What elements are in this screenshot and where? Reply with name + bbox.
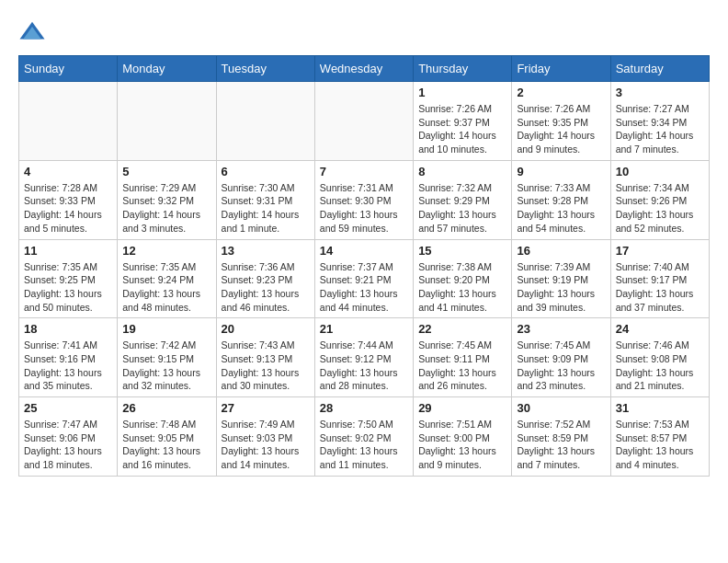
day-number: 28 [320,401,408,415]
day-info: Sunrise: 7:47 AMSunset: 9:06 PMDaylight:… [24,418,112,472]
calendar: SundayMondayTuesdayWednesdayThursdayFrid… [18,55,710,477]
calendar-cell: 1Sunrise: 7:26 AMSunset: 9:37 PMDaylight… [414,82,512,161]
day-number: 5 [122,165,210,178]
day-number: 3 [616,86,704,99]
weekday-header-sunday: Sunday [19,56,118,82]
day-number: 20 [222,322,310,336]
calendar-cell: 26Sunrise: 7:48 AMSunset: 9:05 PMDayligh… [118,397,216,477]
day-number: 19 [122,322,210,336]
day-info: Sunrise: 7:30 AMSunset: 9:31 PMDaylight:… [222,181,310,236]
day-number: 18 [24,322,112,336]
calendar-cell [118,82,216,161]
day-info: Sunrise: 7:32 AMSunset: 9:29 PMDaylight:… [418,181,506,236]
calendar-cell: 31Sunrise: 7:53 AMSunset: 8:57 PMDayligh… [610,397,709,477]
weekday-header-row: SundayMondayTuesdayWednesdayThursdayFrid… [19,56,710,82]
calendar-cell: 18Sunrise: 7:41 AMSunset: 9:16 PMDayligh… [19,318,118,397]
day-info: Sunrise: 7:29 AMSunset: 9:32 PMDaylight:… [122,181,210,236]
calendar-cell: 17Sunrise: 7:40 AMSunset: 9:17 PMDayligh… [610,239,709,318]
day-info: Sunrise: 7:26 AMSunset: 9:35 PMDaylight:… [517,102,605,156]
day-number: 14 [320,244,408,258]
day-number: 17 [616,244,704,258]
day-number: 30 [517,401,605,415]
day-info: Sunrise: 7:51 AMSunset: 9:00 PMDaylight:… [418,418,506,472]
calendar-cell: 6Sunrise: 7:30 AMSunset: 9:31 PMDaylight… [216,160,314,239]
calendar-cell: 13Sunrise: 7:36 AMSunset: 9:23 PMDayligh… [216,239,314,318]
calendar-cell: 23Sunrise: 7:45 AMSunset: 9:09 PMDayligh… [512,318,610,397]
calendar-cell: 16Sunrise: 7:39 AMSunset: 9:19 PMDayligh… [512,239,610,318]
day-info: Sunrise: 7:41 AMSunset: 9:16 PMDaylight:… [24,339,112,393]
calendar-cell [19,82,118,161]
day-info: Sunrise: 7:48 AMSunset: 9:05 PMDaylight:… [122,418,210,472]
day-info: Sunrise: 7:45 AMSunset: 9:09 PMDaylight:… [517,339,605,393]
calendar-cell: 5Sunrise: 7:29 AMSunset: 9:32 PMDaylight… [118,160,216,239]
day-info: Sunrise: 7:33 AMSunset: 9:28 PMDaylight:… [517,181,605,236]
calendar-cell: 9Sunrise: 7:33 AMSunset: 9:28 PMDaylight… [512,160,610,239]
day-number: 31 [616,401,704,415]
week-row-1: 1Sunrise: 7:26 AMSunset: 9:37 PMDaylight… [19,82,710,161]
calendar-cell [314,82,413,161]
day-number: 8 [418,165,506,178]
calendar-cell: 10Sunrise: 7:34 AMSunset: 9:26 PMDayligh… [610,160,709,239]
calendar-cell: 27Sunrise: 7:49 AMSunset: 9:03 PMDayligh… [216,397,314,477]
calendar-cell: 19Sunrise: 7:42 AMSunset: 9:15 PMDayligh… [118,318,216,397]
day-number: 11 [24,244,112,258]
day-number: 25 [24,401,112,415]
calendar-cell: 2Sunrise: 7:26 AMSunset: 9:35 PMDaylight… [512,82,610,161]
day-number: 21 [320,322,408,336]
day-info: Sunrise: 7:39 AMSunset: 9:19 PMDaylight:… [517,260,605,315]
day-number: 27 [222,401,310,415]
day-number: 1 [418,86,506,99]
calendar-cell: 22Sunrise: 7:45 AMSunset: 9:11 PMDayligh… [414,318,512,397]
weekday-header-thursday: Thursday [414,56,512,82]
logo-icon [18,18,46,46]
day-info: Sunrise: 7:52 AMSunset: 8:59 PMDaylight:… [517,418,605,472]
day-info: Sunrise: 7:42 AMSunset: 9:15 PMDaylight:… [122,339,210,393]
day-number: 9 [517,165,605,178]
calendar-cell: 15Sunrise: 7:38 AMSunset: 9:20 PMDayligh… [414,239,512,318]
day-number: 6 [222,165,310,178]
calendar-cell: 24Sunrise: 7:46 AMSunset: 9:08 PMDayligh… [610,318,709,397]
calendar-cell: 28Sunrise: 7:50 AMSunset: 9:02 PMDayligh… [314,397,413,477]
calendar-cell: 4Sunrise: 7:28 AMSunset: 9:33 PMDaylight… [19,160,118,239]
day-info: Sunrise: 7:43 AMSunset: 9:13 PMDaylight:… [222,339,310,393]
day-number: 26 [122,401,210,415]
weekday-header-monday: Monday [118,56,216,82]
day-info: Sunrise: 7:28 AMSunset: 9:33 PMDaylight:… [24,181,112,236]
day-number: 7 [320,165,408,178]
calendar-cell: 7Sunrise: 7:31 AMSunset: 9:30 PMDaylight… [314,160,413,239]
day-info: Sunrise: 7:38 AMSunset: 9:20 PMDaylight:… [418,260,506,315]
calendar-cell: 20Sunrise: 7:43 AMSunset: 9:13 PMDayligh… [216,318,314,397]
calendar-cell: 30Sunrise: 7:52 AMSunset: 8:59 PMDayligh… [512,397,610,477]
day-info: Sunrise: 7:36 AMSunset: 9:23 PMDaylight:… [222,260,310,315]
calendar-cell: 21Sunrise: 7:44 AMSunset: 9:12 PMDayligh… [314,318,413,397]
calendar-cell: 3Sunrise: 7:27 AMSunset: 9:34 PMDaylight… [610,82,709,161]
day-info: Sunrise: 7:49 AMSunset: 9:03 PMDaylight:… [222,418,310,472]
calendar-cell: 14Sunrise: 7:37 AMSunset: 9:21 PMDayligh… [314,239,413,318]
calendar-cell: 12Sunrise: 7:35 AMSunset: 9:24 PMDayligh… [118,239,216,318]
day-info: Sunrise: 7:53 AMSunset: 8:57 PMDaylight:… [616,418,704,472]
day-info: Sunrise: 7:46 AMSunset: 9:08 PMDaylight:… [616,339,704,393]
day-number: 4 [24,165,112,178]
day-number: 22 [418,322,506,336]
week-row-3: 11Sunrise: 7:35 AMSunset: 9:25 PMDayligh… [19,239,710,318]
calendar-cell: 29Sunrise: 7:51 AMSunset: 9:00 PMDayligh… [414,397,512,477]
day-number: 15 [418,244,506,258]
weekday-header-friday: Friday [512,56,610,82]
day-number: 13 [222,244,310,258]
calendar-cell: 8Sunrise: 7:32 AMSunset: 9:29 PMDaylight… [414,160,512,239]
day-number: 29 [418,401,506,415]
header [18,18,710,46]
day-info: Sunrise: 7:35 AMSunset: 9:24 PMDaylight:… [122,260,210,315]
day-info: Sunrise: 7:37 AMSunset: 9:21 PMDaylight:… [320,260,408,315]
weekday-header-tuesday: Tuesday [216,56,314,82]
day-number: 23 [517,322,605,336]
calendar-cell [216,82,314,161]
calendar-cell: 11Sunrise: 7:35 AMSunset: 9:25 PMDayligh… [19,239,118,318]
day-info: Sunrise: 7:34 AMSunset: 9:26 PMDaylight:… [616,181,704,236]
week-row-4: 18Sunrise: 7:41 AMSunset: 9:16 PMDayligh… [19,318,710,397]
calendar-cell: 25Sunrise: 7:47 AMSunset: 9:06 PMDayligh… [19,397,118,477]
day-info: Sunrise: 7:50 AMSunset: 9:02 PMDaylight:… [320,418,408,472]
day-info: Sunrise: 7:27 AMSunset: 9:34 PMDaylight:… [616,102,704,156]
weekday-header-saturday: Saturday [610,56,709,82]
day-info: Sunrise: 7:40 AMSunset: 9:17 PMDaylight:… [616,260,704,315]
